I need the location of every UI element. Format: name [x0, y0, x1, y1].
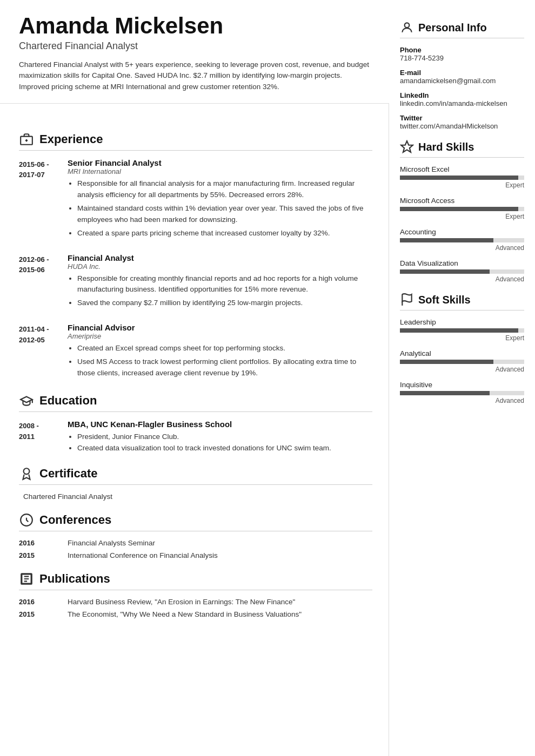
exp-bullet-0-1: Maintained standard costs within 1% devi… — [77, 203, 372, 226]
exp-date-2: 2011-04 -2012-05 — [19, 323, 68, 381]
candidate-title: Chartered Financial Analyst — [19, 40, 370, 52]
hard-skill-bar-1 — [400, 207, 524, 211]
hard-skill-fill-2 — [400, 238, 493, 242]
personal-info-header: Personal Info — [400, 21, 524, 38]
soft-skill-level-2: Advanced — [400, 397, 524, 404]
experience-title: Experience — [39, 132, 103, 146]
right-column: Personal Info Phone 718-774-5239 E-mail … — [389, 0, 535, 756]
exp-bullets-0: Responsible for all financial analysis f… — [68, 178, 372, 239]
hard-skill-1: Microsoft Access Expert — [400, 197, 524, 220]
personal-info-label-1: E-mail — [400, 69, 524, 77]
exp-date-1: 2012-06 -2015-06 — [19, 253, 68, 312]
hard-skill-fill-1 — [400, 207, 518, 211]
candidate-summary: Chartered Financial Analyst with 5+ year… — [19, 59, 370, 92]
hard-skill-name-2: Accounting — [400, 228, 524, 236]
edu-date-0: 2008 -2011 — [19, 420, 68, 454]
certificate-entry-0: Chartered Financial Analyst — [19, 492, 372, 501]
publications-section-header: Publications — [19, 571, 372, 590]
hard-skill-level-1: Expert — [400, 213, 524, 220]
conferences-title: Conferences — [39, 513, 111, 527]
exp-bullets-2: Created an Excel spread comps sheet for … — [68, 343, 372, 379]
soft-skill-bar-2 — [400, 391, 524, 395]
exp-content-1: Financial Analyst HUDA Inc. Responsible … — [68, 253, 372, 312]
personal-info-icon — [400, 21, 414, 35]
experience-icon — [19, 132, 34, 147]
soft-skill-name-0: Leadership — [400, 318, 524, 326]
exp-bullet-0-0: Responsible for all financial analysis f… — [77, 178, 372, 201]
soft-skill-2: Inquisitive Advanced — [400, 381, 524, 404]
pub-text-0: Harvard Business Review, "An Erosion in … — [68, 598, 372, 606]
experience-entry-1: 2012-06 -2015-06 Financial Analyst HUDA … — [19, 253, 372, 312]
personal-info-value-1: amandamickelsen@gmail.com — [400, 77, 524, 85]
exp-job-title-2: Financial Advisor — [68, 323, 372, 332]
edu-bullets-0: President, Junior Finance Club. Created … — [68, 431, 372, 454]
education-title: Education — [39, 394, 97, 408]
education-entry-0: 2008 -2011 MBA, UNC Kenan-Flagler Busine… — [19, 420, 372, 454]
svg-point-3 — [24, 468, 30, 474]
conf-name-0: Financial Analysts Seminar — [68, 539, 372, 547]
personal-info-item-0: Phone 718-774-5239 — [400, 46, 524, 62]
exp-content-2: Financial Advisor Ameriprise Created an … — [68, 323, 372, 381]
soft-skills-header: Soft Skills — [400, 293, 524, 310]
exp-bullet-2-0: Created an Excel spread comps sheet for … — [77, 343, 372, 354]
personal-info-label-3: Twitter — [400, 114, 524, 122]
experience-entry-0: 2015-06 -2017-07 Senior Financial Analys… — [19, 158, 372, 241]
conf-name-1: International Conference on Financial An… — [68, 551, 372, 559]
cert-name-0: Chartered Financial Analyst — [23, 492, 112, 501]
svg-marker-7 — [401, 141, 413, 152]
publications-icon — [19, 571, 34, 586]
conference-entry-0: 2016 Financial Analysts Seminar — [19, 539, 372, 547]
hard-skill-name-1: Microsoft Access — [400, 197, 524, 205]
hard-skill-bar-3 — [400, 269, 524, 274]
exp-bullet-2-1: Used MS Access to track lowest performin… — [77, 356, 372, 379]
left-column: Experience 2015-06 -2017-07 Senior Finan… — [0, 104, 389, 756]
hard-skill-fill-0 — [400, 176, 518, 180]
pub-year-1: 2015 — [19, 610, 68, 618]
personal-info-item-3: Twitter twitter.com/AmandaHMickelson — [400, 114, 524, 130]
conf-year-1: 2015 — [19, 551, 68, 559]
exp-bullet-0-2: Created a spare parts pricing scheme tha… — [77, 228, 372, 239]
edu-degree-0: MBA, UNC Kenan-Flagler Business School — [68, 420, 372, 429]
publication-entry-0: 2016 Harvard Business Review, "An Erosio… — [19, 598, 372, 606]
edu-bullet-0-1: Created data visualization tool to track… — [77, 443, 372, 454]
hard-skill-3: Data Visualization Advanced — [400, 259, 524, 283]
exp-job-title-1: Financial Analyst — [68, 253, 372, 262]
hard-skill-bar-0 — [400, 176, 524, 180]
hard-skill-name-0: Microsoft Excel — [400, 165, 524, 173]
publication-entry-1: 2015 The Economist, "Why We Need a New S… — [19, 610, 372, 618]
personal-info-value-0: 718-774-5239 — [400, 54, 524, 62]
experience-section-header: Experience — [19, 132, 372, 151]
soft-skill-bar-0 — [400, 328, 524, 333]
exp-content-0: Senior Financial Analyst MRI Internation… — [68, 158, 372, 241]
personal-info-item-1: E-mail amandamickelsen@gmail.com — [400, 69, 524, 85]
exp-bullet-1-0: Responsible for creating monthly financi… — [77, 273, 372, 296]
certificate-title: Certificate — [39, 467, 98, 481]
soft-skill-level-0: Expert — [400, 334, 524, 342]
exp-company-0: MRI International — [68, 167, 372, 176]
soft-skill-name-1: Analytical — [400, 349, 524, 357]
resume-container: Amanda Mickelsen Chartered Financial Ana… — [0, 0, 535, 756]
edu-bullet-0-0: President, Junior Finance Club. — [77, 431, 372, 443]
soft-skills-icon — [400, 293, 414, 307]
conference-entry-1: 2015 International Conference on Financi… — [19, 551, 372, 559]
soft-skill-name-2: Inquisitive — [400, 381, 524, 389]
education-icon — [19, 393, 34, 408]
pub-year-0: 2016 — [19, 598, 68, 606]
certificate-icon — [19, 466, 34, 481]
conferences-section-header: Conferences — [19, 512, 372, 531]
personal-info-label-0: Phone — [400, 46, 524, 54]
soft-skill-fill-2 — [400, 391, 490, 395]
hard-skills-header: Hard Skills — [400, 140, 524, 158]
personal-info-value-3: twitter.com/AmandaHMickelson — [400, 122, 524, 130]
exp-company-1: HUDA Inc. — [68, 262, 372, 271]
conferences-icon — [19, 512, 34, 528]
hard-skill-level-3: Advanced — [400, 275, 524, 283]
exp-bullets-1: Responsible for creating monthly financi… — [68, 273, 372, 309]
resume-header: Amanda Mickelsen Chartered Financial Ana… — [0, 0, 389, 104]
personal-info-label-2: LinkedIn — [400, 91, 524, 99]
pub-text-1: The Economist, "Why We Need a New Standa… — [68, 610, 372, 618]
publications-title: Publications — [39, 572, 110, 586]
hard-skill-0: Microsoft Excel Expert — [400, 165, 524, 189]
personal-info-title: Personal Info — [418, 22, 487, 34]
certificate-section-header: Certificate — [19, 466, 372, 485]
